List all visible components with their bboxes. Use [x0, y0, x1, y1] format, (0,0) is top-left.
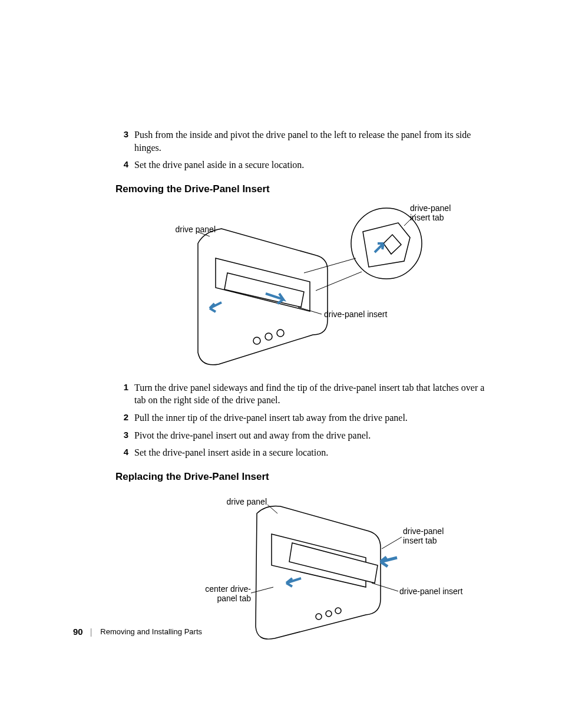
step-item: 3 Push from the inside and pivot the dri…: [115, 129, 492, 154]
svg-point-11: [335, 608, 341, 614]
heading-removing-insert: Removing the Drive-Panel Insert: [115, 183, 492, 195]
step-text: Pull the inner tip of the drive-panel in…: [134, 411, 492, 424]
steps-top: 3 Push from the inside and pivot the dri…: [115, 129, 492, 172]
footer-separator: |: [90, 627, 92, 637]
step-text: Push from the inside and pivot the drive…: [134, 129, 492, 154]
steps-mid: 1 Turn the drive panel sideways and find…: [115, 381, 492, 459]
footer-title: Removing and Installing Parts: [100, 627, 202, 636]
step-item: 3 Pivot the drive-panel insert out and a…: [115, 429, 492, 442]
figure-removing-insert: drive panel drive-panel insert tab drive…: [151, 202, 492, 373]
page-footer: 90 | Removing and Installing Parts: [73, 627, 202, 637]
label-insert: drive-panel insert: [324, 309, 387, 319]
label-insert-tab: drive-panel insert tab: [403, 526, 456, 545]
step-number: 1: [115, 381, 128, 407]
step-number: 3: [115, 429, 128, 442]
heading-replacing-insert: Replacing the Drive-Panel Insert: [115, 471, 492, 483]
svg-line-13: [382, 537, 402, 549]
step-number: 4: [115, 446, 128, 459]
step-number: 2: [115, 411, 128, 424]
label-drive-panel: drive panel: [174, 225, 216, 234]
svg-point-0: [253, 337, 260, 344]
svg-point-9: [316, 614, 322, 620]
label-insert: drive-panel insert: [399, 587, 462, 596]
step-text: Set the drive panel aside in a secure lo…: [134, 159, 492, 172]
label-drive-panel: drive panel: [223, 497, 267, 506]
step-text: Turn the drive panel sideways and find t…: [134, 381, 492, 407]
figure-replacing-insert: drive panel drive-panel insert tab cente…: [174, 490, 492, 643]
step-text: Pivot the drive-panel insert out and awa…: [134, 429, 492, 442]
label-line1: center drive-: [205, 584, 251, 594]
label-insert-tab: drive-panel insert tab: [410, 203, 463, 222]
step-number: 3: [115, 129, 128, 154]
step-text: Set the drive-panel insert aside in a se…: [134, 446, 492, 459]
page-number: 90: [73, 627, 83, 637]
step-number: 4: [115, 159, 128, 172]
svg-point-1: [265, 333, 272, 340]
label-center-tab: center drive- panel tab: [200, 584, 251, 603]
step-item: 4 Set the drive panel aside in a secure …: [115, 159, 492, 172]
page: 3 Push from the inside and pivot the dri…: [0, 0, 562, 728]
label-line2: panel tab: [217, 594, 251, 603]
svg-point-2: [277, 330, 284, 337]
svg-point-10: [326, 611, 332, 617]
drive-panel-replace-icon: [174, 490, 445, 643]
step-item: 4 Set the drive-panel insert aside in a …: [115, 446, 492, 459]
content-area: 3 Push from the inside and pivot the dri…: [115, 129, 492, 651]
step-item: 2 Pull the inner tip of the drive-panel …: [115, 411, 492, 424]
step-item: 1 Turn the drive panel sideways and find…: [115, 381, 492, 407]
